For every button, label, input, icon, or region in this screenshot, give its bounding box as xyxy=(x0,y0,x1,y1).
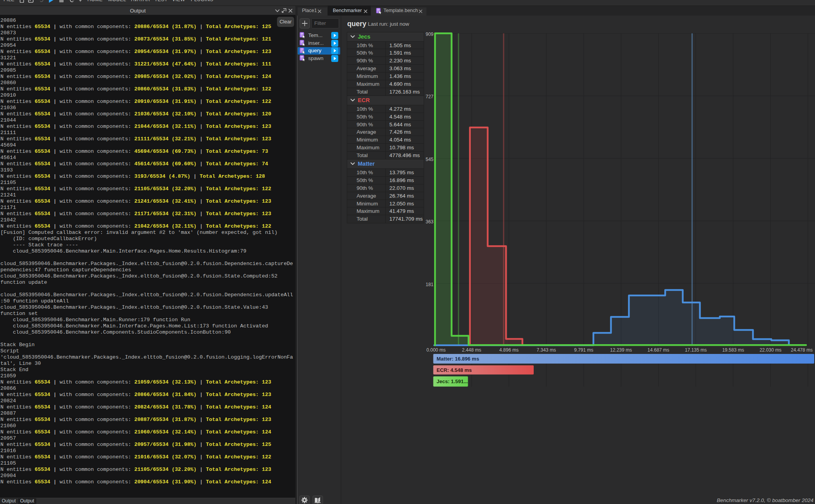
svg-text:17.135 ms: 17.135 ms xyxy=(685,347,707,353)
svg-text:0.000 ms: 0.000 ms xyxy=(426,347,446,353)
svg-text:Jecs: 1.591...: Jecs: 1.591... xyxy=(437,378,468,384)
svg-text:ECR: 4.548 ms: ECR: 4.548 ms xyxy=(437,367,472,373)
svg-text:19.583 ms: 19.583 ms xyxy=(722,347,744,353)
svg-text:2.448 ms: 2.448 ms xyxy=(462,347,481,353)
svg-text:545: 545 xyxy=(426,157,433,162)
svg-text:12.239 ms: 12.239 ms xyxy=(610,347,632,353)
svg-text:181: 181 xyxy=(426,282,433,287)
svg-text:24.478 ms: 24.478 ms xyxy=(791,347,813,353)
svg-text:4.896 ms: 4.896 ms xyxy=(499,347,518,353)
svg-text:22.030 ms: 22.030 ms xyxy=(760,347,781,353)
svg-text:14.687 ms: 14.687 ms xyxy=(648,347,669,353)
svg-text:363: 363 xyxy=(426,219,433,225)
svg-text:7.343 ms: 7.343 ms xyxy=(537,347,556,353)
svg-text:727: 727 xyxy=(426,94,433,99)
svg-text:Matter: 16.896 ms: Matter: 16.896 ms xyxy=(437,356,479,362)
svg-text:9.791 ms: 9.791 ms xyxy=(574,347,593,353)
svg-text:909: 909 xyxy=(426,32,433,37)
